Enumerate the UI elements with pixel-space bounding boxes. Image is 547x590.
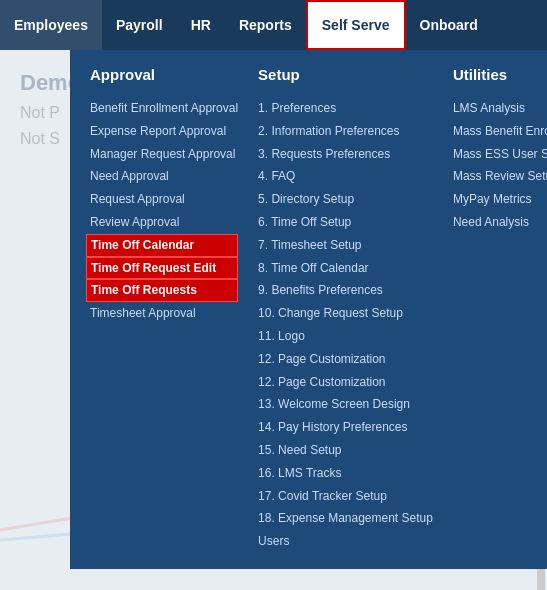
menu-column-utilities: Utilities LMS Analysis Mass Benefit Enro… (453, 66, 547, 553)
menu-timesheet-approval[interactable]: Timesheet Approval (90, 302, 238, 325)
menu-users[interactable]: Users (258, 530, 433, 553)
menu-requests-preferences[interactable]: 3. Requests Preferences (258, 143, 433, 166)
menu-time-off-setup[interactable]: 6. Time Off Setup (258, 211, 433, 234)
menu-change-request-setup[interactable]: 10. Change Request Setup (258, 302, 433, 325)
menu-preferences[interactable]: 1. Preferences (258, 97, 433, 120)
menu-expense-management-setup[interactable]: 18. Expense Management Setup (258, 507, 433, 530)
menu-need-approval[interactable]: Need Approval (90, 165, 238, 188)
top-nav: Employees Payroll HR Reports Self Serve … (0, 0, 547, 50)
nav-hr[interactable]: HR (177, 0, 225, 50)
menu-time-off-calendar-setup[interactable]: 8. Time Off Calendar (258, 257, 433, 280)
menu-expense-report-approval[interactable]: Expense Report Approval (90, 120, 238, 143)
menu-lms-analysis[interactable]: LMS Analysis (453, 97, 547, 120)
menu-mypay-metrics[interactable]: MyPay Metrics (453, 188, 547, 211)
nav-onboard[interactable]: Onboard (406, 0, 492, 50)
menu-review-approval[interactable]: Review Approval (90, 211, 238, 234)
approval-header: Approval (90, 66, 238, 87)
menu-pay-history-preferences[interactable]: 14. Pay History Preferences (258, 416, 433, 439)
menu-welcome-screen-design[interactable]: 13. Welcome Screen Design (258, 393, 433, 416)
nav-employees[interactable]: Employees (0, 0, 102, 50)
menu-column-setup: Setup 1. Preferences 2. Information Pref… (258, 66, 453, 553)
menu-directory-setup[interactable]: 5. Directory Setup (258, 188, 433, 211)
menu-time-off-requests[interactable]: Time Off Requests (86, 279, 238, 302)
menu-benefits-preferences[interactable]: 9. Benefits Preferences (258, 279, 433, 302)
setup-header: Setup (258, 66, 433, 87)
utilities-header: Utilities (453, 66, 547, 87)
menu-page-customization-2[interactable]: 12. Page Customization (258, 371, 433, 394)
menu-need-setup[interactable]: 15. Need Setup (258, 439, 433, 462)
menu-covid-tracker-setup[interactable]: 17. Covid Tracker Setup (258, 485, 433, 508)
menu-column-approval: Approval Benefit Enrollment Approval Exp… (90, 66, 258, 553)
menu-information-preferences[interactable]: 2. Information Preferences (258, 120, 433, 143)
menu-mass-ess-user-setup[interactable]: Mass ESS User Setup (453, 143, 547, 166)
nav-payroll[interactable]: Payroll (102, 0, 177, 50)
menu-faq[interactable]: 4. FAQ (258, 165, 433, 188)
mega-menu: Approval Benefit Enrollment Approval Exp… (70, 50, 547, 569)
nav-reports[interactable]: Reports (225, 0, 306, 50)
menu-request-approval[interactable]: Request Approval (90, 188, 238, 211)
menu-page-customization-1[interactable]: 12. Page Customization (258, 348, 433, 371)
nav-selfserve[interactable]: Self Serve (306, 0, 406, 50)
menu-time-off-calendar[interactable]: Time Off Calendar (86, 234, 238, 257)
menu-timesheet-setup[interactable]: 7. Timesheet Setup (258, 234, 433, 257)
menu-need-analysis[interactable]: Need Analysis (453, 211, 547, 234)
menu-manager-request-approval[interactable]: Manager Request Approval (90, 143, 238, 166)
menu-time-off-request-edit[interactable]: Time Off Request Edit (86, 257, 238, 280)
menu-lms-tracks[interactable]: 16. LMS Tracks (258, 462, 433, 485)
menu-mass-review-setup[interactable]: Mass Review Setup (453, 165, 547, 188)
menu-benefit-enrollment-approval[interactable]: Benefit Enrollment Approval (90, 97, 238, 120)
menu-logo[interactable]: 11. Logo (258, 325, 433, 348)
menu-mass-benefit-enrollment[interactable]: Mass Benefit Enrollment (453, 120, 547, 143)
